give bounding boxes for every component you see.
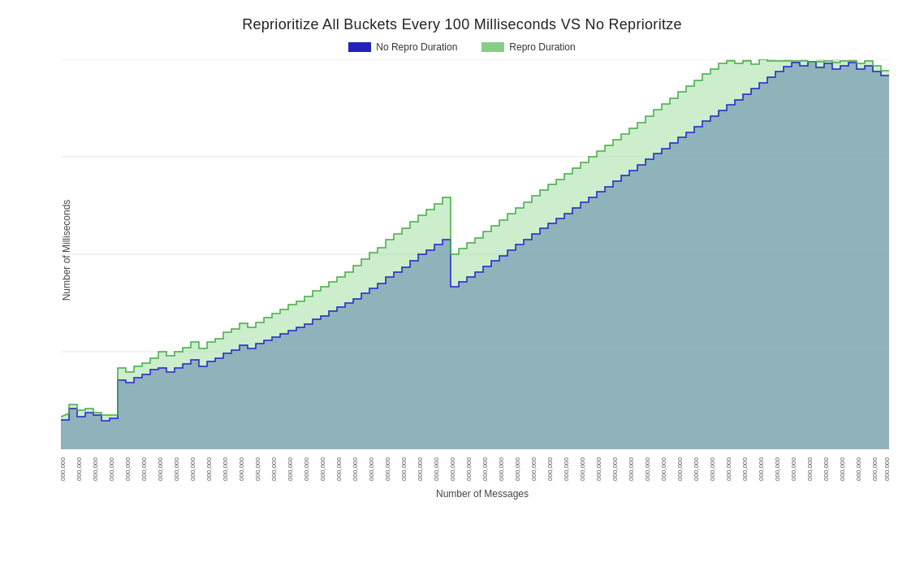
svg-text:10,000,000: 10,000,000 — [883, 456, 889, 482]
svg-text:5,000,000: 5,000,000 — [417, 456, 424, 482]
svg-text:10,000,000: 10,000,000 — [855, 456, 862, 482]
svg-text:7,000,000: 7,000,000 — [611, 456, 619, 482]
chart-container: Reprioritize All Buckets Every 100 Milli… — [0, 0, 924, 571]
svg-text:10,000,000: 10,000,000 — [823, 456, 830, 482]
svg-text:1,000,000: 1,000,000 — [92, 456, 99, 482]
svg-text:6,000,000: 6,000,000 — [530, 456, 538, 482]
svg-text:9,000,000: 9,000,000 — [774, 456, 781, 482]
svg-text:9,000,000: 9,000,000 — [725, 456, 732, 482]
svg-text:1,000,000: 1,000,000 — [61, 456, 67, 482]
legend-repro: Repro Duration — [481, 41, 575, 53]
svg-text:9,000,000: 9,000,000 — [709, 456, 716, 482]
legend-no-repro-color — [348, 42, 371, 52]
svg-text:4,000,000: 4,000,000 — [352, 456, 359, 482]
svg-text:6,000,000: 6,000,000 — [514, 456, 521, 482]
svg-text:1,000,000: 1,000,000 — [124, 456, 132, 482]
svg-text:5,000,000: 5,000,000 — [449, 456, 456, 482]
svg-text:4,000,000: 4,000,000 — [335, 456, 343, 482]
svg-text:9,000,000: 9,000,000 — [758, 456, 765, 482]
svg-text:1,000,000: 1,000,000 — [108, 456, 115, 482]
svg-text:3,000,000: 3,000,000 — [222, 456, 229, 482]
svg-text:6,000,000: 6,000,000 — [498, 456, 505, 482]
x-axis-label: Number of Messages — [61, 488, 904, 500]
svg-text:2,000,000: 2,000,000 — [189, 456, 196, 482]
svg-text:7,000,000: 7,000,000 — [546, 456, 554, 482]
svg-text:4,000,000: 4,000,000 — [303, 456, 310, 482]
svg-text:10,000,000: 10,000,000 — [839, 456, 846, 482]
legend-repro-label: Repro Duration — [509, 41, 575, 53]
y-axis-label: Number of Milliseconds — [61, 199, 72, 301]
svg-text:2,000,000: 2,000,000 — [140, 456, 148, 482]
svg-text:10,000,000: 10,000,000 — [806, 456, 814, 482]
svg-text:7,000,000: 7,000,000 — [595, 456, 602, 482]
chart-legend: No Repro Duration Repro Duration — [8, 41, 916, 53]
svg-text:7,000,000: 7,000,000 — [563, 456, 570, 482]
svg-text:6,000,000: 6,000,000 — [465, 456, 473, 482]
svg-text:8,000,000: 8,000,000 — [644, 456, 651, 482]
svg-text:3,000,000: 3,000,000 — [254, 456, 261, 482]
svg-text:8,000,000: 8,000,000 — [660, 456, 667, 482]
legend-no-repro-label: No Repro Duration — [376, 41, 457, 53]
chart-body: Number of Milliseconds 0 1000 2000 3000 … — [61, 59, 904, 500]
svg-text:6,000,000: 6,000,000 — [481, 456, 489, 482]
legend-repro-color — [481, 42, 504, 52]
svg-text:8,000,000: 8,000,000 — [628, 456, 635, 482]
svg-text:5,000,000: 5,000,000 — [400, 456, 408, 482]
svg-text:4,000,000: 4,000,000 — [368, 456, 375, 482]
svg-text:1,000,000: 1,000,000 — [76, 456, 83, 482]
svg-text:2,000,000: 2,000,000 — [173, 456, 180, 482]
svg-text:10,000,000: 10,000,000 — [790, 456, 797, 482]
svg-text:4,000,000: 4,000,000 — [319, 456, 326, 482]
chart-title: Reprioritize All Buckets Every 100 Milli… — [8, 16, 916, 33]
main-chart-svg: 0 1000 2000 3000 4000 1,000,000 1,000,00… — [61, 59, 889, 482]
svg-text:10,000,000: 10,000,000 — [871, 456, 879, 482]
svg-text:3,000,000: 3,000,000 — [238, 456, 245, 482]
svg-text:5,000,000: 5,000,000 — [433, 456, 440, 482]
svg-text:7,000,000: 7,000,000 — [579, 456, 586, 482]
svg-text:3,000,000: 3,000,000 — [270, 456, 278, 482]
legend-no-repro: No Repro Duration — [348, 41, 457, 53]
svg-text:9,000,000: 9,000,000 — [741, 456, 749, 482]
svg-text:8,000,000: 8,000,000 — [676, 456, 684, 482]
svg-text:8,000,000: 8,000,000 — [693, 456, 700, 482]
svg-text:2,000,000: 2,000,000 — [157, 456, 164, 482]
svg-text:5,000,000: 5,000,000 — [384, 456, 391, 482]
svg-text:3,000,000: 3,000,000 — [287, 456, 294, 482]
svg-text:2,000,000: 2,000,000 — [205, 456, 213, 482]
